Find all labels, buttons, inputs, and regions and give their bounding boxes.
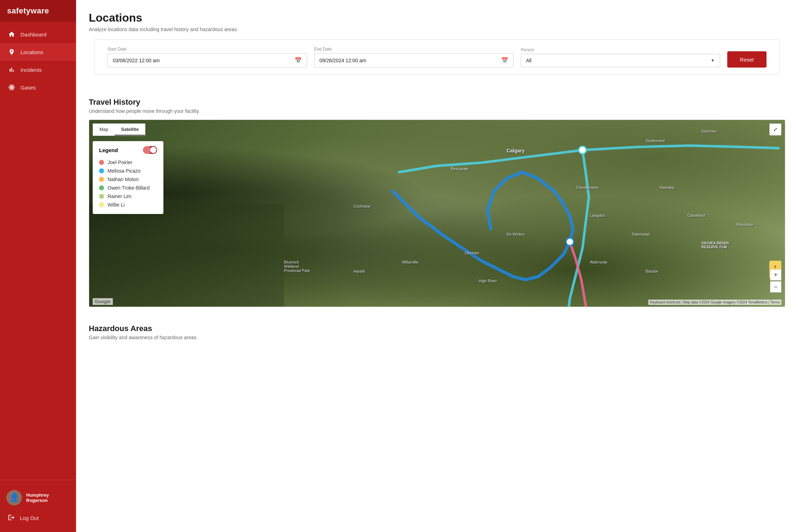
person-select-wrap[interactable]: All Joel Poirier Melissa Picazo Nathan M… bbox=[521, 54, 720, 67]
legend-dot-owen bbox=[99, 185, 104, 190]
person-dropdown-arrow-icon: ▼ bbox=[711, 58, 715, 63]
end-date-calendar-icon[interactable]: 📅 bbox=[501, 57, 508, 64]
svg-point-5 bbox=[566, 238, 573, 245]
travel-history-subtitle: Understand how people move through your … bbox=[89, 108, 785, 114]
legend-panel: Legend Joel Poirier Melissa Picazo Nath bbox=[93, 141, 163, 214]
map-label-dewilton: De Winton bbox=[507, 232, 525, 236]
zoom-in-button[interactable]: + bbox=[770, 269, 781, 281]
start-date-field: Start Date 📅 bbox=[108, 47, 307, 68]
sidebar-item-label: Locations bbox=[21, 49, 43, 55]
user-profile: 👤 Humphrey Rogerson bbox=[0, 486, 76, 510]
legend-toggle[interactable] bbox=[143, 146, 157, 154]
user-name: Humphrey Rogerson bbox=[26, 492, 70, 503]
svg-point-0 bbox=[11, 87, 12, 88]
map-background: Calgary Cochrane Bearspaw Chestermere La… bbox=[89, 120, 785, 307]
avatar: 👤 bbox=[6, 490, 22, 505]
sidebar-nav: Dashboard Locations Incidents Gases bbox=[0, 22, 76, 480]
home-icon bbox=[8, 30, 16, 38]
page-title: Locations bbox=[89, 11, 785, 24]
map-label-bluerock: BluerockWildlandProvincial Park bbox=[284, 260, 310, 273]
person-label: Person bbox=[521, 47, 720, 52]
hazardous-areas-section: Hazardous Areas Gain visibility and awar… bbox=[76, 316, 798, 350]
map-label-highriver: High River bbox=[479, 279, 497, 283]
map-label-blackie: Blackie bbox=[646, 269, 658, 273]
legend-item-melissa: Melissa Picazo bbox=[99, 167, 157, 175]
sidebar-item-label: Incidents bbox=[21, 67, 42, 73]
reset-button[interactable]: Reset bbox=[727, 51, 767, 68]
hazardous-areas-title: Hazardous Areas bbox=[89, 324, 785, 333]
start-date-input[interactable] bbox=[113, 58, 295, 63]
legend-name-melissa: Melissa Picazo bbox=[108, 168, 140, 174]
start-date-calendar-icon[interactable]: 📅 bbox=[295, 57, 302, 64]
legend-dot-rainer bbox=[99, 194, 104, 199]
end-date-label: End Date bbox=[314, 47, 514, 52]
map-label-namaka: Namaka bbox=[660, 185, 674, 190]
map-label-shouldice: Shouldice bbox=[736, 222, 753, 227]
sidebar-bottom: 👤 Humphrey Rogerson Log Out bbox=[0, 480, 76, 532]
map-label-siksika: SIKSIKA INDIANRESERVE #146 bbox=[701, 241, 729, 249]
legend-item-rainer: Rainer Lim bbox=[99, 192, 157, 201]
logout-button[interactable]: Log Out bbox=[0, 510, 76, 526]
map-label-hartell: Hartell bbox=[353, 269, 365, 273]
sidebar-item-incidents[interactable]: Incidents bbox=[0, 61, 76, 79]
map-container[interactable]: Map Satellite Legend Joel Poirier bbox=[89, 120, 785, 307]
map-label-cochrane: Cochrane bbox=[353, 204, 370, 208]
map-expand-button[interactable]: ⤢ bbox=[769, 123, 781, 135]
chart-icon bbox=[8, 66, 16, 74]
map-tabs: Map Satellite bbox=[93, 123, 145, 136]
start-date-input-wrap[interactable]: 📅 bbox=[108, 53, 307, 68]
sidebar-item-locations[interactable]: Locations bbox=[0, 43, 76, 61]
end-date-input[interactable] bbox=[319, 58, 501, 63]
legend-title: Legend bbox=[99, 147, 118, 153]
logout-icon bbox=[8, 514, 15, 522]
tab-satellite[interactable]: Satellite bbox=[115, 124, 145, 135]
logout-label: Log Out bbox=[20, 515, 39, 521]
map-mountain-area bbox=[89, 204, 284, 307]
sidebar-item-dashboard[interactable]: Dashboard bbox=[0, 25, 76, 43]
legend-name-willie: Willie Li bbox=[108, 202, 125, 208]
legend-name-rainer: Rainer Lim bbox=[108, 193, 132, 199]
hazardous-areas-subtitle: Gain visibility and awareness of hazardo… bbox=[89, 335, 785, 340]
map-google-logo: Google bbox=[93, 298, 113, 305]
map-label-chestermere: Chestermere bbox=[576, 185, 599, 190]
expand-icon: ⤢ bbox=[773, 127, 777, 132]
sidebar-item-gases[interactable]: Gases bbox=[0, 79, 76, 96]
map-label-carseland: Carseland bbox=[688, 213, 705, 218]
travel-history-section: Travel History Understand how people mov… bbox=[76, 89, 798, 316]
map-city-label: Calgary bbox=[507, 148, 525, 154]
map-zoom-controls: + − bbox=[770, 269, 781, 293]
map-label-dalemead: Dalemead bbox=[632, 232, 649, 236]
map-label-millarville: Millarville bbox=[402, 260, 418, 264]
travel-history-title: Travel History bbox=[89, 98, 785, 107]
legend-dot-joel bbox=[99, 160, 104, 165]
person-select[interactable]: All Joel Poirier Melissa Picazo Nathan M… bbox=[526, 58, 711, 63]
legend-name-nathan: Nathan Moton bbox=[108, 177, 139, 182]
page-subtitle: Analyze locations data including travel … bbox=[89, 27, 785, 32]
filters-bar: Start Date 📅 End Date 📅 Person bbox=[94, 39, 780, 75]
end-date-field: End Date 📅 bbox=[314, 47, 514, 68]
location-icon bbox=[8, 48, 16, 56]
legend-item-willie: Willie Li bbox=[99, 201, 157, 209]
legend-dot-nathan bbox=[99, 177, 104, 182]
legend-item-joel: Joel Poirier bbox=[99, 158, 157, 167]
map-label-okotoks: Okotoks bbox=[465, 251, 479, 255]
atom-icon bbox=[8, 83, 16, 91]
start-date-label: Start Date bbox=[108, 47, 307, 52]
svg-point-4 bbox=[579, 146, 586, 154]
map-label-gleichen: Gleichen bbox=[701, 129, 717, 133]
legend-item-nathan: Nathan Moton bbox=[99, 175, 157, 184]
legend-item-owen: Owen Troke-Billard bbox=[99, 184, 157, 192]
end-date-input-wrap[interactable]: 📅 bbox=[314, 53, 514, 68]
sidebar-item-label: Dashboard bbox=[21, 31, 46, 37]
map-attribution: Keyboard shortcuts | Map data ©2024 Goog… bbox=[648, 300, 781, 305]
toggle-knob bbox=[150, 147, 156, 153]
page-header: Locations Analyze locations data includi… bbox=[76, 0, 798, 39]
tab-map[interactable]: Map bbox=[93, 124, 115, 135]
legend-header: Legend bbox=[99, 146, 157, 154]
main-content: Locations Analyze locations data includi… bbox=[76, 0, 798, 532]
sidebar: safetyware Dashboard Locations Incidents bbox=[0, 0, 76, 532]
map-label-bearspaw: Bearspaw bbox=[451, 167, 468, 171]
sidebar-item-label: Gases bbox=[21, 85, 36, 91]
map-label-aldersyde: Aldersyde bbox=[590, 260, 607, 264]
zoom-out-button[interactable]: − bbox=[770, 281, 781, 293]
